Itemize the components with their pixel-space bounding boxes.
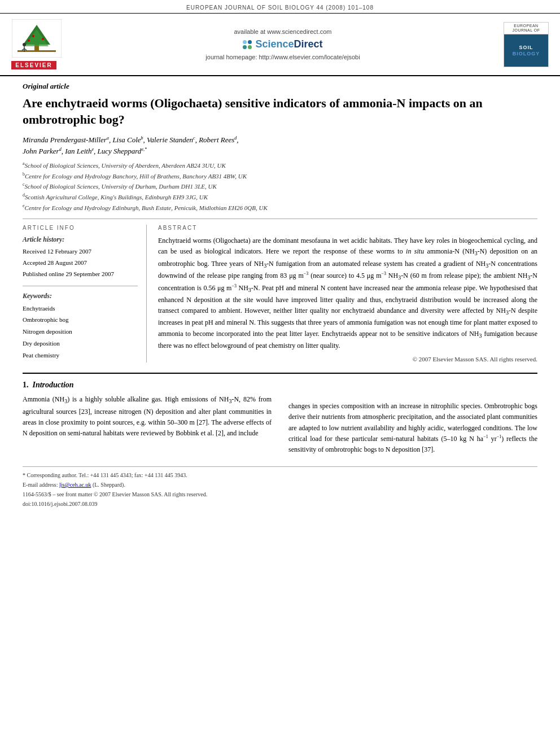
elsevier-logo: ELSEVIER (11, 19, 62, 69)
abstract-text: Enchytraeid worms (Oligochaeta) are the … (158, 235, 537, 351)
journal-header-text: European Journal of Soil Biology 44 (200… (186, 5, 374, 11)
sd-dot-3 (243, 45, 247, 49)
issn-line: 1164-5563/$ – see front matter © 2007 El… (23, 490, 537, 499)
cover-soil-text: SOIL (519, 45, 533, 51)
intro-left-text: Ammonia (NH3) is a highly soluble alkali… (23, 394, 272, 439)
svg-point-5 (23, 43, 26, 46)
authors-text: Miranda Prendergast-Millera, Lisa Coleb,… (23, 136, 239, 155)
copyright-line: © 2007 Elsevier Masson SAS. All rights r… (158, 356, 537, 362)
intro-title: 1. Introduction (23, 381, 272, 390)
introduction-section: 1. Introduction Ammonia (NH3) is a highl… (23, 373, 537, 455)
accepted-date: Accepted 28 August 2007 (23, 257, 138, 269)
abstract-column: Abstract Enchytraeid worms (Oligochaeta)… (158, 225, 537, 362)
sd-icon-group (243, 40, 252, 49)
corresponding-author: * Corresponding author. Tel.: +44 131 44… (23, 470, 537, 480)
intro-left: 1. Introduction Ammonia (NH3) is a highl… (23, 381, 272, 455)
sd-word-direct: Direct (294, 38, 323, 50)
sd-dot-1 (243, 40, 247, 44)
center-logo: available at www.sciencedirect.com Scien… (62, 28, 504, 60)
article-type: Original article (23, 82, 537, 91)
affiliation-c: cSchool of Biological Sciences, Universi… (23, 182, 537, 192)
authors: Miranda Prendergast-Millera, Lisa Coleb,… (23, 134, 537, 156)
sd-word-science: Science (255, 38, 294, 50)
received-date: Received 12 February 2007 (23, 246, 138, 257)
email-address: E-mail address: ljs@ceh.ac.uk (L. Sheppa… (23, 480, 537, 490)
article-info-header: Article Info (23, 225, 138, 231)
keywords-label: Keywords: (23, 292, 138, 300)
article-dates: Received 12 February 2007 Accepted 28 Au… (23, 246, 138, 279)
keyword-3: Nitrogen deposition (23, 326, 138, 338)
divider-1 (23, 219, 537, 219)
section-number: 1. (23, 381, 29, 389)
elsevier-label: ELSEVIER (11, 61, 56, 69)
sd-dot-2 (248, 40, 252, 44)
intro-two-col: 1. Introduction Ammonia (NH3) is a highl… (23, 381, 537, 455)
available-text: available at www.sciencedirect.com (62, 28, 504, 35)
page: European Journal of Soil Biology 44 (200… (0, 0, 560, 747)
article-title: Are enchytraeid worms (Oligochaeta) sens… (23, 95, 537, 128)
intro-right-text: changes in species composition with an i… (288, 401, 537, 455)
section-title-text: Introduction (33, 381, 74, 389)
article-info-column: Article Info Article history: Received 1… (23, 225, 147, 362)
two-column-section: Article Info Article history: Received 1… (23, 225, 537, 362)
keyword-1: Enchytraeids (23, 303, 138, 314)
affiliation-d: dScottish Agricultural College, King's B… (23, 193, 537, 203)
journal-header: European Journal of Soil Biology 44 (200… (0, 0, 560, 14)
elsevier-tree-svg (12, 19, 62, 58)
doi-line: doi:10.1016/j.ejsobi.2007.08.039 (23, 499, 537, 509)
logo-banner: ELSEVIER available at www.sciencedirect.… (0, 14, 560, 76)
journal-cover: EUROPEANJOURNAL OF SOIL BIOLOGY (504, 22, 549, 67)
affiliations: aSchool of Biological Sciences, Universi… (23, 161, 537, 213)
keyword-2: Ombrotrophic bog (23, 314, 138, 326)
affiliation-e: eCentre for Ecology and Hydrology Edinbu… (23, 203, 537, 213)
keyword-4: Dry deposition (23, 338, 138, 350)
cover-biology-text: BIOLOGY (513, 51, 540, 56)
sd-dot-4 (248, 45, 252, 49)
published-date: Published online 29 September 2007 (23, 269, 138, 280)
keywords-list: Enchytraeids Ombrotrophic bog Nitrogen d… (23, 303, 138, 361)
intro-right: changes in species composition with an i… (288, 381, 537, 455)
svg-point-11 (32, 35, 34, 37)
cover-top-text: EUROPEANJOURNAL OF (504, 23, 548, 35)
affiliation-a: aSchool of Biological Sciences, Universi… (23, 161, 537, 171)
svg-point-10 (42, 38, 44, 40)
footnotes: * Corresponding author. Tel.: +44 131 44… (23, 466, 537, 509)
history-label: Article history: (23, 235, 138, 244)
abstract-header: Abstract (158, 225, 537, 231)
journal-url: journal homepage: http://www.elsevier.co… (62, 54, 504, 60)
cover-middle: SOIL BIOLOGY (504, 34, 548, 66)
svg-point-9 (28, 40, 30, 42)
affiliation-b: bCentre for Ecology and Hydrology Bancho… (23, 172, 537, 182)
keyword-5: Peat chemistry (23, 350, 138, 361)
main-content: Original article Are enchytraeid worms (… (0, 76, 560, 520)
sciencedirect-logo: ScienceDirect (62, 38, 504, 50)
divider-info (23, 286, 138, 286)
